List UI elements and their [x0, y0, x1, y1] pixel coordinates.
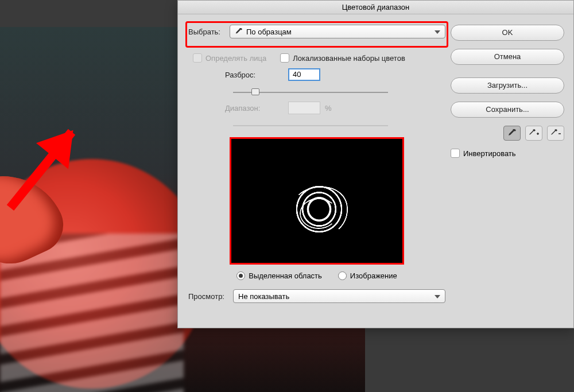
cancel-button[interactable]: Отмена — [451, 49, 564, 65]
select-dropdown[interactable]: По образцам — [230, 25, 445, 38]
invert-checkbox[interactable]: Инвертировать — [451, 149, 564, 158]
eyedropper-plus-icon — [528, 129, 540, 138]
detect-faces-checkbox: Определять лица — [193, 53, 266, 63]
eyedropper-tools — [451, 126, 564, 141]
selection-mask-graphic — [285, 181, 354, 244]
radio-image-label: Изображение — [350, 271, 397, 280]
range-slider — [233, 120, 388, 131]
detect-faces-label: Определять лица — [205, 54, 266, 63]
checkbox-icon — [193, 53, 202, 63]
select-label: Выбрать: — [188, 28, 230, 36]
preview-value: Не показывать — [238, 292, 289, 301]
range-unit: % — [325, 104, 332, 112]
radio-icon — [338, 271, 347, 280]
slider-track — [233, 125, 388, 126]
radio-selection-label: Выделенная область — [249, 271, 322, 280]
preview-label: Просмотр: — [188, 292, 233, 301]
invert-label: Инвертировать — [463, 149, 516, 158]
slider-thumb[interactable] — [251, 88, 259, 95]
radio-icon — [236, 271, 245, 280]
eyedropper-minus-icon — [550, 129, 561, 138]
color-range-dialog: Цветовой диапазон Выбрать: По образцам — [177, 0, 574, 328]
selection-preview — [232, 139, 402, 262]
dialog-title: Цветовой диапазон — [178, 1, 573, 14]
radio-selection[interactable]: Выделенная область — [236, 271, 322, 280]
localized-checkbox[interactable]: Локализованные наборы цветов — [280, 53, 405, 63]
localized-label: Локализованные наборы цветов — [293, 54, 405, 63]
preview-dropdown[interactable]: Не показывать — [233, 289, 445, 303]
ok-button[interactable]: OK — [451, 25, 564, 41]
eyedropper-tool[interactable] — [503, 126, 521, 141]
eyedropper-subtract-tool[interactable] — [547, 126, 564, 141]
preview-mode-radios: Выделенная область Изображение — [188, 271, 445, 280]
eyedropper-icon — [507, 129, 517, 138]
save-button[interactable]: Сохранить... — [451, 102, 564, 118]
eyedropper-icon — [235, 28, 243, 36]
dialog-right-column: OK Отмена Загрузить... Сохранить... Инве… — [451, 25, 564, 158]
select-value: По образцам — [246, 28, 292, 36]
fuzziness-input[interactable]: 40 — [288, 68, 320, 81]
select-row-highlight: Выбрать: По образцам — [185, 21, 448, 48]
range-label: Диапазон: — [225, 104, 288, 112]
eyedropper-add-tool[interactable] — [525, 126, 542, 141]
range-input — [288, 102, 320, 114]
checkbox-icon — [280, 53, 289, 63]
selection-preview-highlight — [230, 137, 404, 265]
fuzziness-slider[interactable] — [233, 87, 388, 98]
fuzziness-label: Разброс: — [225, 71, 288, 79]
checkbox-icon — [451, 149, 460, 158]
photo-background-keys — [0, 234, 184, 392]
dialog-left-column: Выбрать: По образцам Определять лица — [188, 25, 445, 317]
load-button[interactable]: Загрузить... — [451, 77, 564, 94]
radio-image[interactable]: Изображение — [338, 271, 397, 280]
